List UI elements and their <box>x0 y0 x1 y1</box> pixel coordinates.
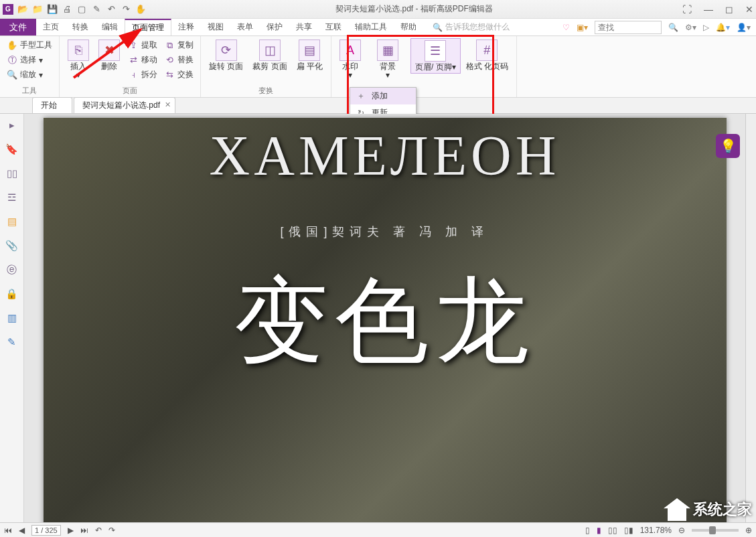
user-icon[interactable]: 👤▾ <box>737 23 751 32</box>
header-footer-button[interactable]: ☰页眉/ 页脚▾ <box>410 38 461 74</box>
comments-icon[interactable]: ▤ <box>6 216 18 228</box>
tab-edit[interactable]: 编辑 <box>95 19 125 35</box>
status-bar: ⏮ ◀ 1 / 325 ▶ ⏭ ↶ ↷ ▯ ▮ ▯▯ ▯▮ 131.78% ⊖ … <box>0 522 756 537</box>
document-viewport[interactable]: ХАМЕЛЕОН [俄国]契诃夫 著 冯 加 译 变色龙 <box>24 114 745 522</box>
flatten-button[interactable]: ▤扁 平化 <box>293 38 327 72</box>
tab-home[interactable]: 主页 <box>36 19 66 35</box>
delete-page-icon: ✖ <box>98 40 120 61</box>
attachments-icon[interactable]: 📎 <box>6 240 18 252</box>
zoom-value: 131.78% <box>640 526 672 535</box>
minimize-button[interactable]: — <box>704 4 713 15</box>
view-cover-icon[interactable]: ▯▮ <box>624 526 633 535</box>
edit-icon[interactable]: ✎ <box>6 336 18 348</box>
crop-button[interactable]: ◫裁剪 页面 <box>248 38 291 72</box>
new-icon[interactable]: ▢ <box>76 4 87 15</box>
rotate-button[interactable]: ⟳旋转 页面 <box>205 38 247 72</box>
dropdown-add[interactable]: ＋添加 <box>350 88 416 104</box>
nav-back-button[interactable]: ↶ <box>95 526 102 535</box>
move-button[interactable]: ⇄移动 <box>125 53 160 67</box>
delete-page-button[interactable]: ✖删除 <box>94 38 124 72</box>
first-page-button[interactable]: ⏮ <box>4 526 12 535</box>
tab-document[interactable]: 契诃夫短篇小说选.pdf✕ <box>74 97 175 113</box>
swap-button[interactable]: ⇆交换 <box>161 68 196 82</box>
last-page-button[interactable]: ⏭ <box>80 526 88 535</box>
tips-bulb-button[interactable]: 💡 <box>716 134 740 158</box>
select-button[interactable]: Ⓣ选择 ▾ <box>4 53 55 67</box>
background-button[interactable]: ▦背景▾ <box>373 38 402 81</box>
insert-page-button[interactable]: ⎘插入▾ <box>64 38 93 81</box>
tab-protect[interactable]: 保护 <box>260 19 289 35</box>
tab-view[interactable]: 视图 <box>201 19 230 35</box>
zoom-button[interactable]: 🔍缩放 ▾ <box>4 68 55 82</box>
zoom-slider[interactable] <box>692 529 739 532</box>
rotate-icon: ⟳ <box>216 40 237 61</box>
tab-annotate[interactable]: 注释 <box>171 19 201 35</box>
group-headerfooter: ☰页眉/ 页脚▾ #格式 化页码 <box>406 36 517 97</box>
replace-button[interactable]: ⟲替换 <box>161 53 196 67</box>
tab-connect[interactable]: 互联 <box>319 19 348 35</box>
prev-page-button[interactable]: ◀ <box>19 526 25 535</box>
save-icon[interactable]: 💾 <box>47 4 58 15</box>
doc-title-text: 契诃夫短篇小说选.pdf <box>335 4 413 13</box>
tab-accessibility[interactable]: 辅助工具 <box>348 19 394 35</box>
maximize-button[interactable]: ◻ <box>725 4 733 15</box>
find-input[interactable] <box>595 21 662 34</box>
view-facing-icon[interactable]: ▯▯ <box>608 526 617 535</box>
copy-button[interactable]: ⧉复制 <box>161 38 196 52</box>
insert-page-icon: ⎘ <box>68 40 89 61</box>
format-pagenum-button[interactable]: #格式 化页码 <box>462 38 512 72</box>
print-icon[interactable]: 🖨 <box>62 4 72 15</box>
tell-me-search[interactable]: 🔍 告诉我您想做什么 <box>433 19 510 35</box>
view-continuous-icon[interactable]: ▮ <box>597 526 601 535</box>
search-icon[interactable]: 🔍 <box>668 23 678 32</box>
tab-help[interactable]: 帮助 <box>394 19 423 35</box>
watermark-button[interactable]: A水印▾ <box>335 38 365 81</box>
group-pages: ⎘插入▾ ✖删除 ⇪提取 ⇄移动 ⫞拆分 ⧉复制 ⟲替换 ⇆交换 页面 <box>60 36 201 97</box>
file-tab[interactable]: 文件 <box>0 19 36 35</box>
tab-convert[interactable]: 转换 <box>66 19 95 35</box>
play-icon[interactable]: ▷ <box>703 23 709 32</box>
close-button[interactable]: ✕ <box>745 4 753 15</box>
page-number-field[interactable]: 1 / 325 <box>31 525 61 536</box>
hand-icon[interactable]: ✋ <box>135 4 146 15</box>
close-tab-icon[interactable]: ✕ <box>165 100 171 109</box>
tab-page-manage[interactable]: 页面管理 <box>125 19 171 35</box>
note-icon[interactable]: ✎ <box>91 4 102 15</box>
fullscreen-button[interactable]: ⛶ <box>682 4 692 15</box>
gear-icon[interactable]: ⚙▾ <box>685 23 696 32</box>
bell-icon[interactable]: 🔔▾ <box>716 23 730 32</box>
tab-start[interactable]: 开始 <box>32 97 72 113</box>
tab-form[interactable]: 表单 <box>230 19 260 35</box>
thumbnails-icon[interactable]: ▯▯ <box>6 167 18 179</box>
quick-access-toolbar: G 📂 📁 💾 🖨 ▢ ✎ ↶ ↷ ✋ <box>3 4 146 15</box>
open-icon[interactable]: 📂 <box>17 4 28 15</box>
flatten-icon: ▤ <box>299 40 320 61</box>
heart-icon[interactable]: ♡ <box>562 23 570 32</box>
folder-small-icon[interactable]: ▣▾ <box>577 23 588 32</box>
select-icon: Ⓣ <box>7 55 17 66</box>
security-icon[interactable]: 🔒 <box>6 288 18 300</box>
rail-expand-icon[interactable]: ▸ <box>6 119 18 131</box>
vertical-scrollbar[interactable] <box>745 114 756 522</box>
folder-icon[interactable]: 📁 <box>32 4 43 15</box>
bookmark-icon[interactable]: 🔖 <box>6 143 18 155</box>
group-transform-label: 变换 <box>205 85 327 96</box>
tab-share[interactable]: 共享 <box>289 19 319 35</box>
layers-icon[interactable]: ☲ <box>6 191 18 204</box>
redo-icon[interactable]: ↷ <box>121 4 131 15</box>
page-chinese-title: 变色龙 <box>44 258 727 386</box>
view-single-icon[interactable]: ▯ <box>585 526 590 535</box>
split-button[interactable]: ⫞拆分 <box>125 68 160 82</box>
split-icon: ⫞ <box>128 70 139 80</box>
hand-tool-button[interactable]: ✋手型工具 <box>4 38 55 52</box>
group-pages-label: 页面 <box>64 85 196 96</box>
nav-fwd-button[interactable]: ↷ <box>108 526 115 535</box>
next-page-button[interactable]: ▶ <box>68 526 74 535</box>
zoom-out-button[interactable]: ⊖ <box>678 526 685 535</box>
signatures-icon[interactable]: ⓔ <box>6 264 18 276</box>
extract-button[interactable]: ⇪提取 <box>125 38 160 52</box>
zoom-icon: 🔍 <box>7 70 17 80</box>
tags-icon[interactable]: ▥ <box>6 312 18 324</box>
undo-icon[interactable]: ↶ <box>106 4 117 15</box>
zoom-in-button[interactable]: ⊕ <box>745 526 752 535</box>
